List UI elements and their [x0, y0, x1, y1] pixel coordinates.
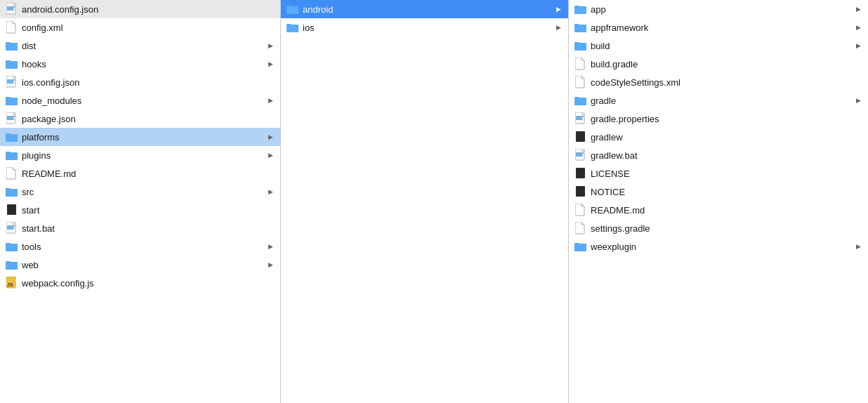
- expand-arrow-android: [554, 5, 563, 13]
- expand-arrow-src: [266, 187, 275, 196]
- file-item-name-webpack-config: webpack.config.js: [22, 278, 275, 289]
- vscode-icon: [574, 149, 587, 161]
- svg-rect-60: [576, 168, 585, 178]
- file-item-readme-md[interactable]: README.md: [0, 164, 280, 183]
- svg-rect-38: [287, 6, 291, 8]
- file-item-ios-config[interactable]: ios.config.json: [0, 73, 280, 91]
- black-icon: [6, 204, 18, 216]
- file-item-name-android-config: android.config.json: [22, 4, 275, 15]
- folder-icon: [574, 240, 587, 253]
- js-icon: JS: [6, 277, 18, 289]
- folder-icon: [6, 39, 18, 52]
- folder-icon: [574, 94, 587, 107]
- file-item-start-bat[interactable]: start.bat: [0, 219, 280, 237]
- folder-icon: [6, 258, 18, 271]
- file-item-gradle-properties[interactable]: gradle.properties: [569, 110, 868, 128]
- file-item-name-readme-md: README.md: [22, 169, 275, 179]
- expand-arrow-weexplugin: [854, 242, 862, 251]
- file-item-gradlew[interactable]: gradlew: [569, 128, 868, 146]
- file-item-license[interactable]: LICENSE: [569, 164, 868, 183]
- folder-icon: [6, 131, 18, 143]
- svg-rect-65: [574, 243, 579, 245]
- file-item-notice[interactable]: NOTICE: [569, 183, 868, 201]
- file-item-node-modules[interactable]: node_modules: [0, 91, 280, 110]
- svg-rect-55: [576, 131, 585, 142]
- doc-icon: [574, 76, 587, 88]
- svg-rect-34: [6, 261, 11, 263]
- file-item-dist[interactable]: dist: [0, 37, 280, 55]
- file-item-name-readme-md2: README.md: [591, 205, 862, 216]
- file-item-config-xml[interactable]: config.xml: [0, 18, 280, 37]
- file-item-start[interactable]: start: [0, 201, 280, 219]
- file-item-name-src: src: [22, 187, 266, 197]
- file-item-gradlew-bat[interactable]: gradlew.bat: [569, 146, 868, 164]
- file-item-name-build-gradle: build.gradle: [591, 59, 862, 70]
- file-item-ios[interactable]: ios: [281, 18, 568, 37]
- doc-icon: [574, 58, 587, 70]
- folder-icon: [6, 149, 18, 161]
- file-item-name-start-bat: start.bat: [22, 223, 275, 234]
- file-item-name-plugins: plugins: [22, 150, 266, 161]
- file-item-name-codestyle-xml: codeStyleSettings.xml: [591, 77, 862, 88]
- file-item-android-config[interactable]: android.config.json: [0, 0, 280, 18]
- file-item-readme-md2[interactable]: README.md: [569, 201, 868, 219]
- file-item-name-license: LICENSE: [591, 169, 862, 179]
- file-item-tools[interactable]: tools: [0, 237, 280, 256]
- svg-rect-61: [576, 186, 585, 197]
- file-item-name-build: build: [591, 41, 854, 51]
- file-item-name-ios-config: ios.config.json: [22, 77, 275, 88]
- file-browser: android.config.json config.xml dist hook…: [0, 0, 868, 403]
- file-item-android[interactable]: android: [281, 0, 568, 18]
- expand-arrow-app: [854, 5, 862, 13]
- file-item-codestyle-xml[interactable]: codeStyleSettings.xml: [569, 73, 868, 91]
- file-item-appframework[interactable]: appframework: [569, 18, 868, 37]
- expand-arrow-web: [266, 260, 275, 269]
- file-item-web[interactable]: web: [0, 256, 280, 274]
- file-item-name-gradlew: gradlew: [591, 132, 862, 143]
- file-item-name-hooks: hooks: [22, 59, 266, 70]
- vscode-icon: [6, 76, 18, 88]
- svg-rect-32: [6, 243, 11, 245]
- file-item-package-json[interactable]: package.json: [0, 110, 280, 128]
- file-item-gradle[interactable]: gradle: [569, 91, 868, 110]
- file-item-name-platforms: platforms: [22, 132, 266, 143]
- expand-arrow-platforms: [266, 133, 275, 141]
- black-icon: [574, 131, 587, 143]
- column-1: android.config.json config.xml dist hook…: [0, 0, 281, 403]
- file-item-platforms[interactable]: platforms: [0, 128, 280, 146]
- svg-text:JS: JS: [7, 282, 13, 287]
- file-item-plugins[interactable]: plugins: [0, 146, 280, 164]
- column-3: app appframework build build.gradle code…: [569, 0, 868, 403]
- file-item-webpack-config[interactable]: JS webpack.config.js: [0, 274, 280, 292]
- expand-arrow-build: [854, 41, 862, 50]
- file-item-src[interactable]: src: [0, 183, 280, 201]
- vscode-icon: [6, 3, 18, 15]
- file-item-name-config-xml: config.xml: [22, 22, 275, 33]
- file-item-name-appframework: appframework: [591, 22, 854, 33]
- svg-rect-46: [574, 42, 579, 44]
- file-item-name-ios: ios: [303, 22, 554, 33]
- svg-rect-14: [6, 97, 11, 99]
- file-item-weexplugin[interactable]: weexplugin: [569, 237, 868, 256]
- svg-rect-25: [6, 188, 11, 190]
- folder-icon: [287, 3, 299, 15]
- vscode-icon: [6, 112, 18, 125]
- expand-arrow-ios: [554, 23, 563, 32]
- file-item-name-package-json: package.json: [22, 114, 275, 124]
- file-item-name-node-modules: node_modules: [22, 95, 266, 106]
- expand-arrow-hooks: [266, 60, 275, 68]
- folder-icon: [6, 94, 18, 107]
- doc-icon: [574, 204, 587, 216]
- file-item-build-gradle[interactable]: build.gradle: [569, 55, 868, 73]
- file-item-app[interactable]: app: [569, 0, 868, 18]
- file-item-hooks[interactable]: hooks: [0, 55, 280, 73]
- folder-icon: [574, 39, 587, 52]
- file-item-build[interactable]: build: [569, 37, 868, 55]
- file-item-name-settings-gradle: settings.gradle: [591, 223, 862, 234]
- expand-arrow-dist: [266, 41, 275, 50]
- file-item-name-android: android: [303, 4, 554, 15]
- expand-arrow-node-modules: [266, 96, 275, 105]
- file-item-name-web: web: [22, 260, 266, 270]
- file-item-settings-gradle[interactable]: settings.gradle: [569, 219, 868, 237]
- svg-rect-42: [574, 6, 579, 8]
